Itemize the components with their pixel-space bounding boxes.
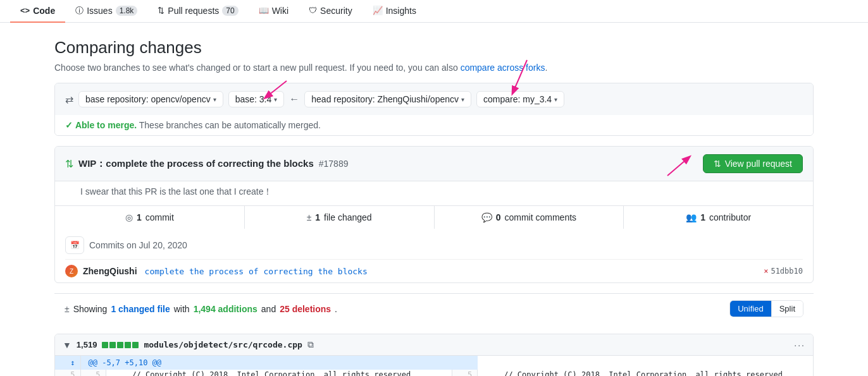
copy-path-icon[interactable]: ⧉ (307, 339, 314, 350)
files-icon: ± (307, 212, 312, 222)
files-stat[interactable]: ± 1 file changed (245, 206, 435, 229)
hunk-left-num: ↕ (55, 356, 80, 370)
compare-bar-wrapper: ⇄ base repository: opencv/opencv ▾ base:… (54, 83, 814, 136)
commit-sha-value[interactable]: 51dbb10 (771, 267, 803, 276)
comments-icon: 💬 (481, 212, 492, 222)
commits-section: 📅 Commits on Jul 20, 2020 Z ZhengQiushi … (55, 229, 813, 282)
comments-stat[interactable]: 💬 0 commit comments (435, 206, 624, 229)
file-name: modules/objdetect/src/qrcode.cpp (144, 340, 302, 349)
commit-author[interactable]: ZhengQiushi (83, 266, 137, 276)
compare-branch-caret: ▾ (554, 96, 557, 103)
page-title: Comparing changes (54, 38, 814, 58)
security-icon: 🛡 (309, 6, 317, 15)
add-block-4 (125, 342, 131, 348)
avatar: Z (65, 265, 78, 277)
contributors-count: 1 (700, 212, 705, 222)
period-text: . (335, 304, 337, 314)
changed-files-info: ± Showing 1 changed file with 1,494 addi… (65, 304, 337, 314)
nav-insights-label: Insights (386, 6, 416, 16)
sync-icon: ⇄ (65, 94, 73, 106)
nav-issues[interactable]: ⓘ Issues 1.8k (65, 0, 147, 23)
deletions-text: 25 deletions (280, 304, 331, 314)
changed-files-bar: ± Showing 1 changed file with 1,494 addi… (54, 293, 814, 324)
nav-pull-requests[interactable]: ⇅ Pull requests 70 (147, 0, 248, 23)
base-branch-select[interactable]: base: 3.4 ▾ (228, 91, 285, 107)
contributors-label: contributor (709, 212, 751, 222)
compare-branch-select[interactable]: compare: my_3.4 ▾ (476, 91, 564, 107)
pr-header: ⇅ WIP：complete the process of correcting… (55, 147, 813, 181)
file-additions-blocks (102, 342, 139, 348)
and-text: and (261, 304, 276, 314)
merge-suffix-text: These branches can be automatically merg… (139, 120, 321, 130)
calendar-icon: 📅 (65, 236, 84, 254)
expand-icon[interactable]: ↕ (70, 358, 75, 367)
compare-forks-link[interactable]: compare across forks (461, 63, 545, 73)
nav-pull-requests-label: Pull requests (168, 6, 219, 16)
head-repo-label: head repository: ZhengQiushi/opencv (311, 94, 459, 104)
add-block-2 (109, 342, 116, 348)
nav-issues-label: Issues (87, 6, 112, 16)
split-button[interactable]: Split (772, 301, 803, 317)
nav-code[interactable]: <> Code (10, 0, 65, 23)
commit-sha-x-icon: × (764, 267, 768, 276)
files-count: 1 (315, 212, 320, 222)
commit-message[interactable]: complete the process of correcting the b… (145, 267, 764, 276)
diff-table: ↕ @@ -5,7 +5,10 @@ 5 5 // Copyright (C) … (55, 356, 813, 376)
commit-row: Z ZhengQiushi complete the process of co… (65, 259, 803, 282)
base-repo-label: base repository: opencv/opencv (85, 94, 211, 104)
hunk-header: @@ -5,7 +5,10 @@ (80, 356, 478, 370)
changed-file-link[interactable]: 1 changed file (111, 304, 170, 314)
contributors-stat[interactable]: 👥 1 contributor (624, 206, 813, 229)
comments-count: 0 (496, 212, 501, 222)
view-pull-request-button[interactable]: ⇅ View pull request (703, 154, 803, 173)
additions-text: 1,494 additions (194, 304, 257, 314)
merge-status: ✓ Able to merge. These branches can be a… (55, 115, 813, 135)
view-pr-label: View pull request (725, 159, 792, 169)
add-block-1 (102, 342, 108, 348)
head-repo-select[interactable]: head repository: ZhengQiushi/opencv ▾ (304, 91, 471, 107)
nav-security-label: Security (320, 6, 352, 16)
showing-text: Showing (73, 304, 108, 314)
compare-bar: ⇄ base repository: opencv/opencv ▾ base:… (55, 83, 813, 115)
pr-title: WIP：complete the process of correcting t… (78, 158, 314, 170)
file-diff-count: 1,519 (77, 340, 97, 349)
pr-title-area: ⇅ WIP：complete the process of correcting… (65, 158, 348, 170)
commit-date-header: 📅 Commits on Jul 20, 2020 (65, 229, 803, 259)
code-icon: <> (20, 6, 30, 15)
file-collapse-icon[interactable]: ▼ (63, 340, 71, 350)
page-desc-text: Choose two branches to see what's change… (54, 63, 458, 73)
issues-icon: ⓘ (75, 5, 84, 16)
file-header: ▼ 1,519 modules/objdetect/src/qrcode.cpp… (55, 334, 813, 356)
diff-container: ↕ @@ -5,7 +5,10 @@ 5 5 // Copyright (C) … (55, 356, 813, 376)
file-header-left: ▼ 1,519 modules/objdetect/src/qrcode.cpp… (63, 339, 314, 350)
base-repo-select[interactable]: base repository: opencv/opencv ▾ (78, 91, 223, 107)
unified-button[interactable]: Unified (730, 301, 771, 317)
base-branch-label: base: 3.4 (235, 94, 272, 104)
left-line-num-5: 5 (55, 370, 80, 376)
pr-section: ⇅ WIP：complete the process of correcting… (54, 146, 814, 283)
comments-label: commit comments (504, 212, 576, 222)
page-description: Choose two branches to see what's change… (54, 63, 814, 73)
nav-wiki-label: Wiki (272, 6, 288, 16)
diff-line-code-5-left: // Copyright (C) 2018, Intel Corporation… (106, 370, 452, 376)
right-line-num-5: 5 (80, 370, 106, 376)
add-block-5 (132, 342, 139, 348)
head-repo-caret: ▾ (461, 96, 464, 103)
commits-label: commit (146, 212, 174, 222)
pr-icon: ⇅ (65, 158, 73, 170)
nav-security[interactable]: 🛡 Security (299, 0, 363, 23)
page-desc-suffix: . (545, 63, 547, 73)
merge-able-text: Able to merge. (75, 120, 137, 130)
view-pr-icon: ⇅ (714, 159, 721, 169)
files-label: file changed (324, 212, 372, 222)
right-line-num-5b: 5 (452, 370, 478, 376)
commits-stat[interactable]: ◎ 1 commit (55, 206, 245, 229)
issues-badge: 1.8k (116, 6, 138, 16)
file-more-icon[interactable]: ··· (794, 340, 805, 350)
nav-insights[interactable]: 📈 Insights (363, 0, 426, 23)
pr-number: #17889 (319, 159, 349, 169)
diff-hunk-row: ↕ @@ -5,7 +5,10 @@ (55, 356, 813, 370)
nav-wiki[interactable]: 📖 Wiki (249, 0, 299, 23)
add-block-3 (117, 342, 123, 348)
contributors-icon: 👥 (686, 212, 697, 222)
